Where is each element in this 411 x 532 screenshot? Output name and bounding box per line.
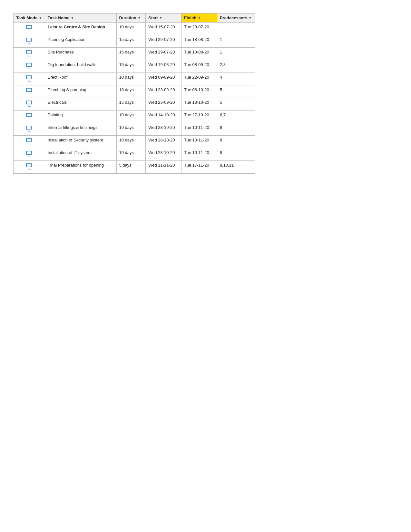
col-header-duration-arrow[interactable]: ▼ bbox=[138, 16, 141, 20]
duration-cell: 10 days bbox=[116, 123, 146, 136]
duration-cell: 15 days bbox=[116, 98, 146, 111]
table-row: ↪ Dig foundation, build walls15 daysWed … bbox=[14, 60, 255, 73]
arrow-icon: ↪ bbox=[28, 42, 31, 45]
task-mode-cell: ↪ bbox=[14, 136, 45, 148]
table-row: ↪ Site Purchase15 daysWed 29-07-20Tue 18… bbox=[14, 48, 255, 60]
finish-cell: Tue 22-09-20 bbox=[181, 73, 217, 85]
task-name-cell: Leisure Centre & Site Design bbox=[45, 23, 116, 35]
predecessors-cell: 8 bbox=[217, 123, 255, 136]
monitor-icon bbox=[26, 25, 32, 29]
table-row: ↪ Electricals15 daysWed 23-09-20Tue 13-1… bbox=[14, 98, 255, 111]
task-name-cell: Site Purchase bbox=[45, 48, 116, 60]
task-name-cell: Installation of Security system bbox=[45, 136, 116, 148]
col-header-task-mode-arrow[interactable]: ▼ bbox=[39, 16, 42, 20]
col-header-task-mode[interactable]: Task Mode ▼ bbox=[14, 14, 45, 23]
duration-cell: 10 days bbox=[116, 85, 146, 98]
task-name-cell: Plumbing & pumping bbox=[45, 85, 116, 98]
col-header-start-label: Start bbox=[148, 15, 158, 20]
predecessors-cell: 2,3 bbox=[217, 60, 255, 73]
col-header-start-arrow[interactable]: ▼ bbox=[159, 16, 162, 20]
start-cell: Wed 15-07-20 bbox=[146, 23, 181, 35]
task-mode-icon: ↪ bbox=[26, 151, 32, 159]
start-cell: Wed 09-09-20 bbox=[146, 73, 181, 85]
monitor-icon bbox=[26, 63, 32, 67]
start-cell: Wed 28-10-20 bbox=[146, 148, 181, 161]
finish-cell: Tue 18-08-20 bbox=[181, 48, 217, 60]
col-header-task-name-arrow[interactable]: ▼ bbox=[71, 16, 74, 20]
monitor-icon bbox=[26, 151, 32, 155]
monitor-icon bbox=[26, 75, 32, 79]
arrow-icon: ↪ bbox=[28, 105, 31, 108]
table-row: ↪ Final Preparations for opening5 daysWe… bbox=[14, 161, 255, 173]
task-mode-cell: ↪ bbox=[14, 123, 45, 136]
task-name-cell: Dig foundation, build walls bbox=[45, 60, 116, 73]
col-header-finish-label: Finish bbox=[184, 15, 196, 20]
col-header-task-mode-label: Task Mode bbox=[16, 15, 37, 20]
task-mode-icon: ↪ bbox=[26, 101, 32, 108]
monitor-icon bbox=[26, 101, 32, 104]
gantt-table-wrapper: Task Mode ▼ Task Name ▼ Duration ▼ bbox=[13, 13, 255, 174]
duration-cell: 10 days bbox=[116, 23, 146, 35]
task-name-cell: Final Preparations for opening bbox=[45, 161, 116, 173]
duration-cell: 10 days bbox=[116, 111, 146, 123]
predecessors-cell: 9,10,11 bbox=[217, 161, 255, 173]
start-cell: Wed 28-10-20 bbox=[146, 123, 181, 136]
predecessors-cell: 5 bbox=[217, 85, 255, 98]
predecessors-cell: 5 bbox=[217, 98, 255, 111]
finish-cell: Tue 10-11-20 bbox=[181, 123, 217, 136]
duration-cell: 5 days bbox=[116, 161, 146, 173]
col-header-duration[interactable]: Duration ▼ bbox=[116, 14, 146, 23]
arrow-icon: ↪ bbox=[28, 80, 31, 83]
task-name-cell: Internal fittings & finishings bbox=[45, 123, 116, 136]
predecessors-cell: 1 bbox=[217, 35, 255, 48]
task-mode-icon: ↪ bbox=[26, 63, 32, 71]
col-header-predecessors-label: Predecessors bbox=[220, 15, 247, 20]
col-header-duration-label: Duration bbox=[119, 15, 136, 20]
arrow-icon: ↪ bbox=[28, 67, 31, 71]
col-header-task-name[interactable]: Task Name ▼ bbox=[45, 14, 116, 23]
table-row: ↪ Installation of IT system10 daysWed 28… bbox=[14, 148, 255, 161]
table-row: ↪ Painting10 daysWed 14-10-20Tue 27-10-2… bbox=[14, 111, 255, 123]
start-cell: Wed 29-07-20 bbox=[146, 48, 181, 60]
task-mode-cell: ↪ bbox=[14, 161, 45, 173]
predecessors-cell: 8 bbox=[217, 136, 255, 148]
duration-cell: 15 days bbox=[116, 35, 146, 48]
finish-cell: Tue 10-11-20 bbox=[181, 148, 217, 161]
start-cell: Wed 23-09-20 bbox=[146, 98, 181, 111]
task-name-cell: Installation of IT system bbox=[45, 148, 116, 161]
start-cell: Wed 19-08-20 bbox=[146, 60, 181, 73]
duration-cell: 10 days bbox=[116, 148, 146, 161]
predecessors-cell: 1 bbox=[217, 48, 255, 60]
finish-cell: Tue 17-11-20 bbox=[181, 161, 217, 173]
duration-cell: 10 days bbox=[116, 73, 146, 85]
monitor-icon bbox=[26, 163, 32, 167]
monitor-icon bbox=[26, 113, 32, 117]
task-mode-cell: ↪ bbox=[14, 111, 45, 123]
task-mode-icon: ↪ bbox=[26, 50, 32, 58]
table-row: ↪ Plumbing & pumping10 daysWed 23-09-20T… bbox=[14, 85, 255, 98]
predecessors-cell bbox=[217, 23, 255, 35]
task-mode-icon: ↪ bbox=[26, 138, 32, 146]
task-mode-icon: ↪ bbox=[26, 163, 32, 171]
col-header-predecessors-arrow[interactable]: ▼ bbox=[249, 16, 252, 20]
arrow-icon: ↪ bbox=[28, 117, 31, 121]
monitor-icon bbox=[26, 38, 32, 42]
task-mode-cell: ↪ bbox=[14, 60, 45, 73]
table-row: ↪ Leisure Centre & Site Design10 daysWed… bbox=[14, 23, 255, 35]
finish-cell: Tue 10-11-20 bbox=[181, 136, 217, 148]
task-mode-icon: ↪ bbox=[26, 113, 32, 121]
task-mode-icon: ↪ bbox=[26, 25, 32, 33]
col-header-predecessors[interactable]: Predecessors ▼ bbox=[217, 14, 255, 23]
col-header-task-name-label: Task Name bbox=[48, 15, 70, 20]
col-header-finish[interactable]: Finish ▼ bbox=[181, 14, 217, 23]
table-row: ↪ Internal fittings & finishings10 daysW… bbox=[14, 123, 255, 136]
monitor-icon bbox=[26, 138, 32, 142]
finish-cell: Tue 18-08-20 bbox=[181, 35, 217, 48]
col-header-start[interactable]: Start ▼ bbox=[146, 14, 181, 23]
gantt-table: Task Mode ▼ Task Name ▼ Duration ▼ bbox=[13, 13, 255, 173]
task-mode-cell: ↪ bbox=[14, 35, 45, 48]
task-mode-cell: ↪ bbox=[14, 98, 45, 111]
duration-cell: 15 days bbox=[116, 48, 146, 60]
task-mode-icon: ↪ bbox=[26, 75, 32, 83]
col-header-finish-arrow[interactable]: ▼ bbox=[198, 16, 201, 20]
